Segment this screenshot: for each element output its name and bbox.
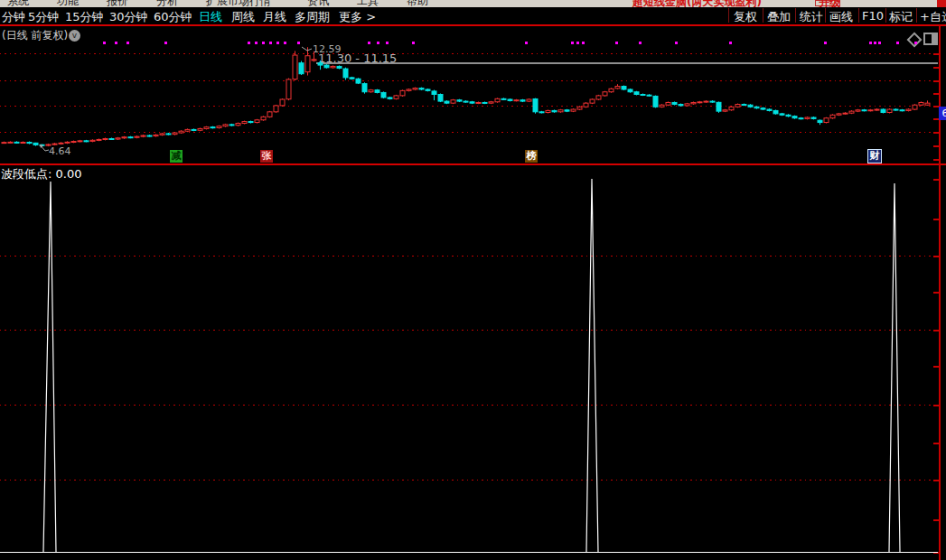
candle-body: [710, 101, 715, 102]
price-axis[interactable]: [939, 25, 941, 560]
candle-body: [647, 95, 651, 96]
signal-dot: [824, 42, 827, 44]
signal-dot: [896, 42, 899, 44]
candle-body: [166, 134, 171, 135]
candle-body: [305, 56, 310, 72]
candle-body: [698, 102, 702, 103]
candle-body: [717, 102, 721, 111]
candle-body: [2, 143, 6, 144]
event-badge-财[interactable]: 财: [867, 149, 882, 163]
candle-body: [400, 90, 405, 96]
event-badge-减[interactable]: 减: [170, 150, 183, 163]
period-tab-9[interactable]: 多周期: [295, 9, 330, 25]
toolbar-button-统计[interactable]: 统计: [800, 9, 823, 25]
candle-body: [21, 142, 25, 143]
period-tab-2[interactable]: 5分钟: [28, 9, 59, 25]
candle-body: [141, 135, 145, 136]
period-tab-3[interactable]: 15分钟: [65, 9, 104, 25]
candle-body: [457, 100, 462, 101]
candle-body: [223, 125, 228, 126]
candle-body: [438, 95, 443, 102]
candle-body: [97, 139, 101, 140]
toolbar-divider: [763, 8, 763, 23]
candle-body: [590, 99, 595, 103]
toolbar-button-画线[interactable]: 画线: [829, 9, 853, 25]
menu-item[interactable]: 帮助: [407, 0, 428, 7]
period-tab-1[interactable]: 分钟: [2, 9, 25, 25]
range-price-label: 11.30 - 11.15: [318, 51, 397, 65]
gridline: [0, 256, 938, 257]
promo-right-label: 升级: [819, 0, 840, 7]
chart-title: (日线 前复权): [2, 28, 68, 43]
period-tab-8[interactable]: 月线: [263, 9, 286, 25]
period-tab-5[interactable]: 60分钟: [154, 9, 192, 25]
signal-dot: [284, 42, 286, 44]
candle-body: [603, 92, 607, 96]
diamond-icon[interactable]: [907, 33, 923, 48]
menu-item[interactable]: 工具: [357, 0, 379, 7]
promo-text[interactable]: 超短线金脑(两天实现盈利): [632, 0, 762, 7]
menu-item[interactable]: 报价: [107, 0, 128, 7]
candle-body: [299, 63, 304, 74]
candle-body: [109, 138, 114, 139]
candle-body: [887, 109, 892, 112]
candle-body: [925, 103, 930, 105]
candle-body: [754, 107, 759, 107]
signal-dot: [386, 42, 389, 44]
gridline: [0, 480, 938, 481]
toolbar-button-+自选[interactable]: +自选: [920, 9, 946, 25]
candle-body: [362, 84, 367, 92]
candle-body: [849, 111, 854, 113]
menu-item[interactable]: 功能: [57, 0, 79, 7]
menu-item[interactable]: 分析: [156, 0, 178, 7]
toolbar-button-复权[interactable]: 复权: [734, 9, 757, 25]
period-tab-6[interactable]: 日线: [199, 9, 222, 25]
candle-body: [147, 135, 152, 136]
period-tab-10[interactable]: 更多 >: [339, 9, 376, 25]
toolbar-button-叠加[interactable]: 叠加: [767, 9, 791, 25]
candle-body: [204, 127, 209, 129]
menu-item[interactable]: 扩展市场行情: [206, 0, 271, 7]
candle-body: [419, 89, 424, 89]
candle-body: [236, 124, 240, 126]
toolbar-divider: [795, 8, 796, 23]
candle-body: [489, 102, 493, 103]
candle-body: [546, 110, 550, 112]
candle-body: [14, 142, 19, 143]
candle-body: [122, 137, 126, 138]
candle-body: [293, 55, 297, 79]
candle-body: [641, 95, 645, 96]
low-callout-line: [40, 145, 49, 151]
candle-body: [622, 87, 626, 89]
signal-dot: [615, 42, 618, 44]
candle-body: [413, 89, 417, 89]
signal-dot: [297, 42, 300, 44]
toolbar-button-标记[interactable]: 标记: [889, 9, 913, 25]
panel-separator[interactable]: [0, 163, 946, 165]
promo-button[interactable]: 升级: [815, 0, 840, 6]
toolbar-button-F10[interactable]: F10: [862, 9, 884, 23]
candle-body: [818, 120, 822, 122]
chevron-down-icon[interactable]: v: [69, 30, 80, 42]
signal-dot: [262, 42, 265, 44]
candle-body: [229, 125, 234, 126]
candle-body: [906, 109, 911, 110]
candle-body: [90, 140, 95, 141]
indicator-spike: [43, 182, 56, 552]
candle-body: [116, 138, 120, 139]
event-badge-榜[interactable]: 榜: [525, 150, 538, 163]
candle-body: [786, 115, 791, 116]
menu-item[interactable]: 系统: [7, 0, 29, 7]
signal-dot: [412, 42, 415, 44]
period-tab-7[interactable]: 周线: [231, 9, 255, 25]
panel-toggle-icon[interactable]: [923, 33, 938, 45]
signal-dot: [164, 42, 167, 44]
period-tab-4[interactable]: 30分钟: [109, 9, 148, 25]
gridline: [0, 405, 938, 406]
candle-body: [65, 142, 70, 143]
event-badge-张[interactable]: 张: [260, 150, 273, 163]
close-icon[interactable]: [937, 0, 946, 7]
candle-body: [312, 60, 316, 61]
menu-item[interactable]: 资讯: [307, 0, 329, 7]
candle-body: [773, 110, 778, 113]
